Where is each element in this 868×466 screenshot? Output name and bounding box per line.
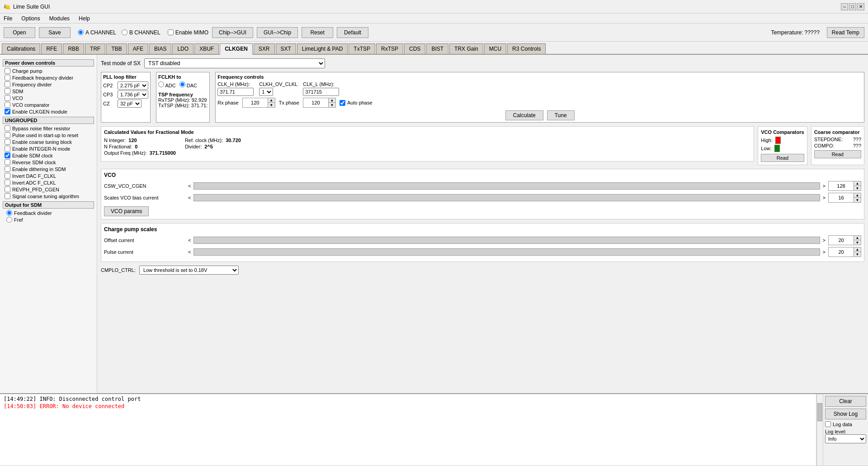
fclkh-adc-label[interactable]: ADC	[158, 81, 176, 88]
offset-up[interactable]: ▲	[854, 236, 861, 240]
enable-integer-n-checkbox[interactable]	[5, 146, 10, 152]
scales-spinbox[interactable]: ▲ ▼	[828, 193, 861, 203]
reverse-sdm-checkbox[interactable]	[5, 159, 10, 165]
rx-phase-spinbox[interactable]: ▲ ▼	[242, 98, 275, 108]
clk-h-input[interactable]	[217, 88, 254, 96]
tab-ldo[interactable]: LDO	[172, 43, 193, 54]
rx-phase-input[interactable]	[243, 98, 268, 107]
auto-phase-label[interactable]: Auto phase	[340, 100, 373, 106]
pulse-startup-checkbox[interactable]	[5, 132, 10, 138]
rx-phase-arrows[interactable]: ▲ ▼	[268, 98, 275, 107]
csw-left-arrow[interactable]: <	[188, 183, 191, 189]
clear-button[interactable]: Clear	[825, 396, 866, 407]
signal-coarse-checkbox[interactable]	[5, 193, 10, 199]
cmplo-select[interactable]: Low threshold is set to 0.18V	[139, 266, 239, 275]
menu-modules[interactable]: Modules	[47, 14, 71, 23]
open-button[interactable]: Open	[4, 27, 35, 38]
channel-b-label[interactable]: B CHANNEL	[122, 29, 160, 36]
pulse-input[interactable]	[829, 247, 854, 257]
tab-cds[interactable]: CDS	[404, 43, 425, 54]
gui-to-chip-button[interactable]: GUI-->Chip	[257, 27, 298, 38]
offset-left-arrow[interactable]: <	[188, 238, 191, 243]
sdm-checkbox[interactable]	[5, 88, 10, 94]
feedback-freq-divider-checkbox[interactable]	[5, 75, 10, 81]
tab-sxr[interactable]: SXR	[254, 43, 275, 54]
scales-left-arrow[interactable]: <	[188, 195, 191, 200]
csw-spinbox[interactable]: ▲ ▼	[828, 181, 861, 191]
menu-options[interactable]: Options	[19, 14, 42, 23]
cp2-select[interactable]: 2.275 pF	[118, 81, 148, 90]
rx-phase-down[interactable]: ▼	[268, 103, 275, 107]
save-button[interactable]: Save	[39, 27, 71, 38]
vco-comparator-checkbox[interactable]	[5, 102, 10, 108]
revph-pfd-checkbox[interactable]	[5, 186, 10, 192]
scales-up[interactable]: ▲	[854, 193, 861, 198]
pulse-slider[interactable]	[193, 248, 820, 256]
auto-phase-checkbox[interactable]	[340, 100, 345, 106]
pulse-right-arrow[interactable]: >	[823, 249, 826, 255]
enable-mimo-label[interactable]: Enable MIMO	[168, 29, 208, 36]
clkh-ov-clkl-select[interactable]: 1	[259, 88, 273, 96]
offset-slider[interactable]	[193, 237, 820, 244]
cp3-select[interactable]: 1.736 pF	[118, 90, 148, 99]
tab-clkgen[interactable]: CLKGEN	[220, 43, 253, 55]
scales-slider[interactable]	[193, 194, 820, 201]
enable-coarse-checkbox[interactable]	[5, 139, 10, 145]
channel-a-radio[interactable]	[78, 29, 84, 35]
offset-down[interactable]: ▼	[854, 240, 861, 245]
tx-phase-spinbox[interactable]: ▲ ▼	[303, 98, 336, 108]
feedback-divider-radio[interactable]	[6, 210, 12, 216]
enable-mimo-checkbox[interactable]	[168, 29, 174, 35]
offset-arrows[interactable]: ▲ ▼	[854, 236, 861, 245]
vco-read-button[interactable]: Read	[761, 154, 804, 162]
enable-sdm-clock-checkbox[interactable]	[5, 152, 10, 158]
charge-pump-checkbox[interactable]	[5, 68, 10, 74]
pulse-down[interactable]: ▼	[854, 252, 861, 257]
tab-limelight-pad[interactable]: LimeLight & PAD	[297, 43, 348, 54]
clk-l-input[interactable]	[303, 88, 339, 96]
tab-xbuf[interactable]: XBUF	[194, 43, 219, 54]
pulse-left-arrow[interactable]: <	[188, 249, 191, 255]
test-mode-select[interactable]: TST disabled	[144, 58, 325, 68]
tab-bist[interactable]: BIST	[426, 43, 448, 54]
tab-trx-gain[interactable]: TRX Gain	[449, 43, 483, 54]
tune-button[interactable]: Tune	[547, 110, 575, 120]
tx-phase-input[interactable]	[303, 98, 328, 107]
csw-slider[interactable]	[193, 182, 820, 190]
tab-mcu[interactable]: MCU	[484, 43, 506, 54]
invert-dac-checkbox[interactable]	[5, 173, 10, 179]
channel-a-label[interactable]: A CHANNEL	[78, 29, 116, 36]
tab-afe[interactable]: AFE	[128, 43, 148, 54]
scales-arrows[interactable]: ▲ ▼	[854, 193, 861, 202]
coarse-read-button[interactable]: Read	[814, 150, 861, 158]
channel-b-radio[interactable]	[122, 29, 127, 35]
menu-file[interactable]: File	[2, 14, 14, 23]
titlebar-controls[interactable]: – □ ✕	[841, 3, 864, 10]
log-level-select[interactable]: Info Warning Error	[825, 434, 866, 443]
read-temp-button[interactable]: Read Temp	[827, 27, 864, 38]
tab-rfe[interactable]: RFE	[41, 43, 62, 54]
bypass-noise-checkbox[interactable]	[5, 125, 10, 131]
rx-phase-up[interactable]: ▲	[268, 98, 275, 103]
tab-r3-controls[interactable]: R3 Controls	[507, 43, 546, 54]
minimize-button[interactable]: –	[841, 3, 848, 10]
tab-tbb[interactable]: TBB	[106, 43, 127, 54]
log-data-checkbox[interactable]	[825, 421, 831, 427]
tab-bias[interactable]: BIAS	[149, 43, 171, 54]
log-scrollbar[interactable]	[816, 394, 823, 466]
tab-rxtsp[interactable]: RxTSP	[376, 43, 403, 54]
enable-clkgen-checkbox[interactable]	[5, 109, 10, 114]
scales-down[interactable]: ▼	[854, 198, 861, 202]
pulse-spinbox[interactable]: ▲ ▼	[828, 247, 861, 257]
menu-help[interactable]: Help	[77, 14, 92, 23]
maximize-button[interactable]: □	[849, 3, 856, 10]
log-scroll-thumb[interactable]	[817, 403, 822, 421]
csw-down[interactable]: ▼	[854, 186, 861, 190]
offset-right-arrow[interactable]: >	[823, 238, 826, 243]
pulse-arrows[interactable]: ▲ ▼	[854, 247, 861, 257]
tx-phase-arrows[interactable]: ▲ ▼	[328, 98, 335, 107]
scales-right-arrow[interactable]: >	[823, 195, 826, 200]
scales-input[interactable]	[829, 193, 854, 202]
offset-input[interactable]	[829, 236, 854, 245]
fclkh-dac-label[interactable]: DAC	[179, 81, 197, 88]
